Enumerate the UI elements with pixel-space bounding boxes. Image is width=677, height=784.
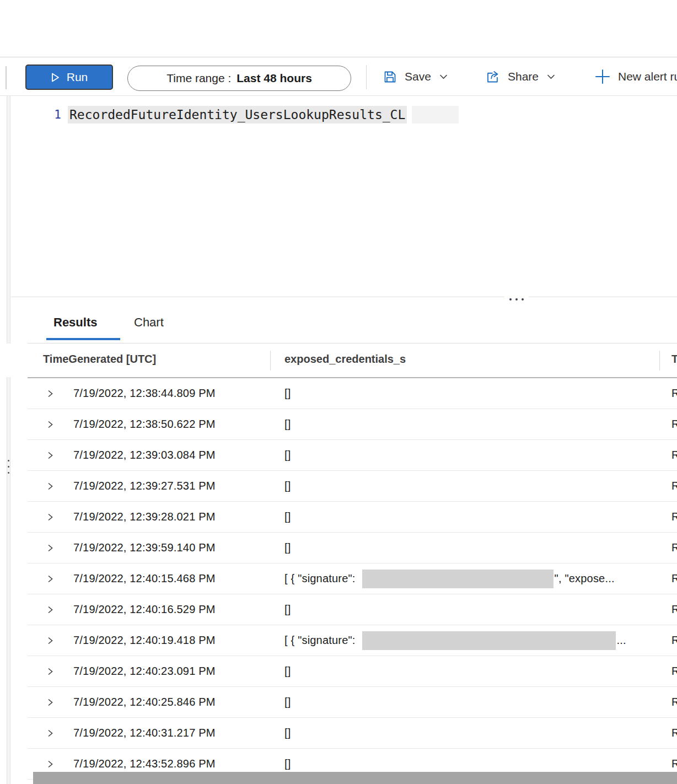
toolbar-left-divider	[6, 66, 7, 89]
table-row[interactable]: 7/19/2022, 12:40:19.418 PM [ { "signatur…	[0, 625, 677, 656]
column-header-timegenerated[interactable]: TimeGenerated [UTC]	[43, 353, 156, 366]
cell-time-generated: 7/19/2022, 12:40:15.468 PM	[73, 572, 216, 585]
save-button-label: Save	[405, 70, 431, 83]
redacted-value	[362, 631, 616, 650]
table-row[interactable]: 7/19/2022, 12:40:25.846 PM [] R	[0, 687, 677, 718]
cell-time-generated: 7/19/2022, 12:40:25.846 PM	[73, 696, 216, 708]
share-button-label: Share	[508, 70, 539, 83]
cell-exposed-credentials: []	[284, 471, 291, 501]
column-separator[interactable]	[270, 351, 271, 370]
query-selection-tail	[412, 106, 459, 123]
cell-exposed-credentials: []	[284, 594, 291, 625]
cell-exposed-credentials: []	[284, 533, 291, 563]
chevron-right-icon[interactable]	[46, 452, 54, 459]
ellipsis-dots-icon[interactable]	[504, 296, 529, 303]
horizontal-scrollbar-thumb[interactable]	[33, 772, 677, 784]
chevron-right-icon[interactable]	[46, 606, 54, 614]
cell-type: R	[671, 603, 677, 616]
cell-time-generated: 7/19/2022, 12:40:19.418 PM	[73, 634, 216, 647]
panel-splitter[interactable]	[11, 297, 677, 297]
column-header-exposed-credentials[interactable]: exposed_credentials_s	[284, 353, 406, 366]
tab-chart[interactable]: Chart	[134, 315, 164, 330]
cell-type: R	[671, 387, 677, 400]
cell-type: R	[671, 511, 677, 523]
cell-exposed-credentials: []	[284, 378, 291, 409]
chevron-right-icon[interactable]	[46, 421, 54, 428]
cell-time-generated: 7/19/2022, 12:38:44.809 PM	[73, 387, 216, 400]
cell-exposed-credentials: []	[284, 687, 291, 717]
cell-time-generated: 7/19/2022, 12:38:50.622 PM	[73, 418, 216, 431]
table-row[interactable]: 7/19/2022, 12:40:23.091 PM [] R	[0, 656, 677, 687]
cell-type: R	[671, 541, 677, 554]
chevron-right-icon[interactable]	[46, 668, 54, 675]
time-range-label: Time range :	[166, 72, 231, 85]
share-button[interactable]: Share	[485, 57, 555, 96]
query-workspace: Run Time range : Last 48 hours Save	[0, 0, 677, 784]
share-arrow-icon	[485, 69, 501, 84]
query-text[interactable]: RecordedFutureIdentity_UsersLookupResult…	[68, 106, 407, 123]
floppy-disk-icon	[383, 69, 397, 84]
cell-time-generated: 7/19/2022, 12:39:03.084 PM	[73, 449, 216, 461]
cell-exposed-credentials: []	[284, 718, 291, 748]
cell-type: R	[671, 758, 677, 770]
cell-exposed-credentials: []	[284, 502, 291, 532]
cell-time-generated: 7/19/2022, 12:40:31.217 PM	[73, 727, 216, 739]
table-body: 7/19/2022, 12:38:44.809 PM [] R 7/19/202…	[0, 378, 677, 780]
table-row[interactable]: 7/19/2022, 12:38:50.622 PM [] R	[0, 409, 677, 440]
run-button-label: Run	[67, 71, 88, 84]
query-line: 1 RecordedFutureIdentity_UsersLookupResu…	[10, 106, 677, 123]
chevron-right-icon[interactable]	[46, 637, 54, 645]
cell-time-generated: 7/19/2022, 12:39:59.140 PM	[73, 541, 216, 554]
cell-time-generated: 7/19/2022, 12:43:52.896 PM	[73, 758, 216, 770]
chevron-right-icon[interactable]	[46, 760, 54, 768]
column-header-type[interactable]: T	[671, 353, 677, 366]
cell-time-generated: 7/19/2022, 12:40:16.529 PM	[73, 603, 216, 616]
table-row[interactable]: 7/19/2022, 12:39:28.021 PM [] R	[0, 502, 677, 533]
table-row[interactable]: 7/19/2022, 12:39:03.084 PM [] R	[0, 440, 677, 471]
cell-exposed-credentials: [ { "signature":...	[284, 625, 626, 656]
cell-exposed-credentials: [ { "signature":", "expose...	[284, 563, 615, 594]
active-tab-underline	[46, 338, 120, 340]
new-alert-rule-label: New alert rule	[618, 70, 677, 83]
chevron-right-icon[interactable]	[46, 544, 54, 552]
play-triangle-icon	[51, 72, 60, 83]
table-row[interactable]: 7/19/2022, 12:40:15.468 PM [ { "signatur…	[0, 563, 677, 594]
redacted-value	[362, 570, 554, 588]
chevron-down-icon	[547, 74, 555, 79]
column-separator[interactable]	[659, 351, 660, 370]
cell-time-generated: 7/19/2022, 12:39:28.021 PM	[73, 511, 216, 523]
cell-type: R	[671, 449, 677, 461]
toolbar-divider	[366, 65, 367, 89]
chevron-right-icon[interactable]	[46, 729, 54, 737]
cell-exposed-credentials: []	[284, 656, 291, 686]
line-number: 1	[44, 106, 61, 123]
cell-type: R	[671, 572, 677, 585]
save-button[interactable]: Save	[383, 57, 448, 96]
cell-time-generated: 7/19/2022, 12:40:23.091 PM	[73, 665, 216, 678]
cell-type: R	[671, 480, 677, 492]
cell-type: R	[671, 418, 677, 431]
chevron-right-icon[interactable]	[46, 482, 54, 490]
table-row[interactable]: 7/19/2022, 12:38:44.809 PM [] R	[0, 378, 677, 409]
cell-exposed-credentials: []	[284, 440, 291, 470]
table-row[interactable]: 7/19/2022, 12:40:31.217 PM [] R	[0, 718, 677, 749]
chevron-right-icon[interactable]	[46, 390, 54, 398]
query-toolbar: Run Time range : Last 48 hours Save	[0, 57, 677, 96]
cell-type: R	[671, 634, 677, 647]
run-button[interactable]: Run	[25, 65, 113, 90]
chevron-right-icon[interactable]	[46, 699, 54, 706]
new-alert-rule-button[interactable]: New alert rule	[594, 57, 677, 96]
query-editor[interactable]: 1 RecordedFutureIdentity_UsersLookupResu…	[10, 96, 677, 297]
time-range-picker[interactable]: Time range : Last 48 hours	[127, 66, 351, 91]
chevron-right-icon[interactable]	[46, 513, 54, 521]
chevron-right-icon[interactable]	[46, 575, 54, 583]
time-range-value: Last 48 hours	[237, 72, 312, 85]
table-row[interactable]: 7/19/2022, 12:40:16.529 PM [] R	[0, 594, 677, 625]
table-row[interactable]: 7/19/2022, 12:39:59.140 PM [] R	[0, 533, 677, 563]
table-row[interactable]: 7/19/2022, 12:39:27.531 PM [] R	[0, 471, 677, 502]
table-header: TimeGenerated [UTC] exposed_credentials_…	[0, 343, 677, 377]
cell-time-generated: 7/19/2022, 12:39:27.531 PM	[73, 480, 216, 492]
chevron-down-icon	[439, 74, 448, 79]
cell-type: R	[671, 727, 677, 739]
tab-results[interactable]: Results	[53, 315, 97, 330]
